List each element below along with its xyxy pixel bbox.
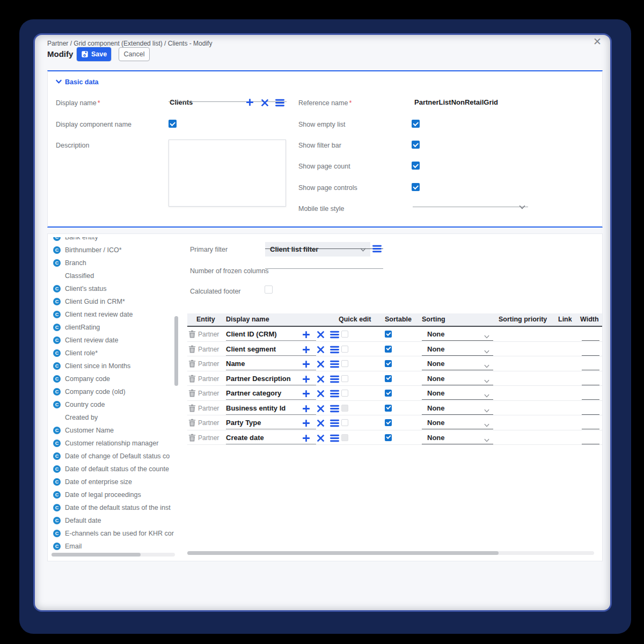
table-horizontal-scrollbar[interactable] (187, 551, 499, 555)
sortable-checkbox[interactable] (385, 375, 392, 382)
menu-icon[interactable] (330, 375, 339, 384)
trash-icon[interactable] (188, 360, 196, 368)
show-empty-list-checkbox[interactable] (412, 120, 420, 128)
menu-icon[interactable] (275, 98, 284, 107)
display-name-input[interactable]: Party Type (226, 419, 261, 427)
mobile-tile-style-select[interactable] (413, 207, 528, 207)
sortable-checkbox[interactable] (385, 390, 392, 397)
add-icon[interactable] (302, 389, 311, 398)
quick-edit-checkbox[interactable] (341, 360, 348, 367)
sortable-checkbox[interactable] (385, 331, 392, 338)
field-list-item[interactable]: C Date of default status of the counte (53, 463, 177, 475)
clear-icon[interactable] (316, 419, 325, 428)
sorting-select[interactable]: None (427, 419, 445, 427)
menu-icon[interactable] (330, 345, 339, 354)
field-list-item[interactable]: C Company code (53, 372, 177, 385)
primary-filter-menu-icon[interactable] (372, 244, 382, 253)
close-icon[interactable]: ✕ (593, 36, 602, 48)
field-list-item[interactable]: C Client since in Months (53, 360, 177, 372)
sorting-select[interactable]: None (427, 330, 445, 338)
sorting-select[interactable]: None (427, 360, 445, 368)
quick-edit-checkbox[interactable] (341, 390, 348, 397)
add-icon[interactable] (302, 419, 311, 428)
clear-icon[interactable] (316, 404, 325, 413)
field-list-item[interactable]: C Date of enterprise size (53, 475, 177, 488)
trash-icon[interactable] (188, 330, 196, 338)
field-list-item[interactable]: C Customer relationship manager (53, 437, 177, 450)
field-list-item[interactable]: C E-channels can be used for KHR cor (53, 527, 177, 540)
frozen-columns-input[interactable] (265, 268, 383, 269)
sorting-select[interactable]: None (427, 345, 445, 353)
trash-icon[interactable] (188, 404, 196, 412)
field-list-item[interactable]: C Country code (53, 398, 177, 411)
clear-icon[interactable] (316, 434, 325, 443)
basic-data-section-toggle[interactable]: Basic data (56, 78, 99, 86)
quick-edit-checkbox[interactable] (341, 375, 348, 382)
field-list-item[interactable]: C Company code (old) (53, 385, 177, 398)
menu-icon[interactable] (330, 389, 339, 398)
field-list-item[interactable]: C Client role* (53, 347, 177, 360)
field-list-item[interactable]: C Classified (53, 269, 177, 282)
add-icon[interactable] (302, 404, 311, 413)
field-list-item[interactable]: C Customer Name (53, 424, 177, 437)
quick-edit-checkbox[interactable] (341, 346, 348, 353)
trash-icon[interactable] (188, 375, 196, 383)
trash-icon[interactable] (188, 419, 196, 427)
width-input[interactable] (582, 414, 599, 415)
clear-icon[interactable] (316, 389, 325, 398)
description-textarea[interactable] (169, 140, 286, 207)
display-name-input[interactable]: Client segment (226, 345, 276, 353)
show-filter-bar-checkbox[interactable] (412, 141, 420, 149)
sorting-select[interactable]: None (427, 389, 445, 397)
field-list-item[interactable]: C clientRating (53, 321, 177, 334)
clear-icon[interactable] (316, 345, 325, 354)
add-icon[interactable] (302, 434, 311, 443)
width-input[interactable] (582, 444, 599, 444)
clear-icon[interactable] (260, 98, 269, 107)
quick-edit-checkbox[interactable] (341, 419, 348, 426)
width-input[interactable] (582, 429, 599, 429)
menu-icon[interactable] (330, 404, 339, 413)
sorting-select[interactable]: None (427, 375, 445, 383)
field-list-horizontal-scrollbar[interactable] (52, 553, 141, 557)
field-list-item[interactable]: C Date of the default status of the inst (53, 501, 177, 514)
menu-icon[interactable] (330, 434, 339, 443)
sortable-checkbox[interactable] (385, 419, 392, 426)
field-list-vertical-scrollbar[interactable] (174, 316, 178, 386)
width-input[interactable] (582, 385, 599, 385)
sorting-select[interactable]: None (427, 434, 445, 442)
display-name-input[interactable]: Partner Description (226, 375, 291, 383)
trash-icon[interactable] (188, 434, 196, 442)
sortable-checkbox[interactable] (385, 434, 392, 441)
field-list-item[interactable]: C Branch (53, 257, 177, 269)
field-list-item[interactable]: C Date of legal proceedings (53, 488, 177, 501)
add-icon[interactable] (302, 330, 311, 339)
sortable-checkbox[interactable] (385, 346, 392, 353)
field-list-item[interactable]: C Email (53, 540, 177, 553)
field-list-item[interactable]: C Date of change of Default status co (53, 450, 177, 463)
clear-icon[interactable] (316, 360, 325, 369)
sortable-checkbox[interactable] (385, 405, 392, 412)
display-name-input[interactable]: Name (226, 360, 245, 368)
field-list-item[interactable]: C Client review date (53, 334, 177, 347)
width-input[interactable] (582, 340, 599, 341)
quick-edit-checkbox[interactable] (341, 405, 348, 412)
menu-icon[interactable] (330, 360, 339, 369)
width-input[interactable] (582, 370, 599, 370)
menu-icon[interactable] (330, 330, 339, 339)
display-name-input[interactable]: Business entity Id (226, 404, 286, 412)
trash-icon[interactable] (188, 345, 196, 353)
width-input[interactable] (582, 399, 599, 400)
field-list-item[interactable]: C Client Guid in CRM* (53, 295, 177, 308)
display-name-input[interactable]: Partner category (226, 389, 281, 397)
add-icon[interactable] (302, 345, 311, 354)
menu-icon[interactable] (330, 419, 339, 428)
field-list-item[interactable]: C Bank entity (53, 237, 177, 244)
clear-icon[interactable] (316, 330, 325, 339)
show-page-count-checkbox[interactable] (412, 162, 420, 170)
quick-edit-checkbox[interactable] (341, 434, 348, 441)
field-list-item[interactable]: C Birthnumber / ICO* (53, 244, 177, 257)
field-list-item[interactable]: C Client next review date (53, 308, 177, 321)
field-list-item[interactable]: C Client's status (53, 282, 177, 295)
add-icon[interactable] (302, 360, 311, 369)
